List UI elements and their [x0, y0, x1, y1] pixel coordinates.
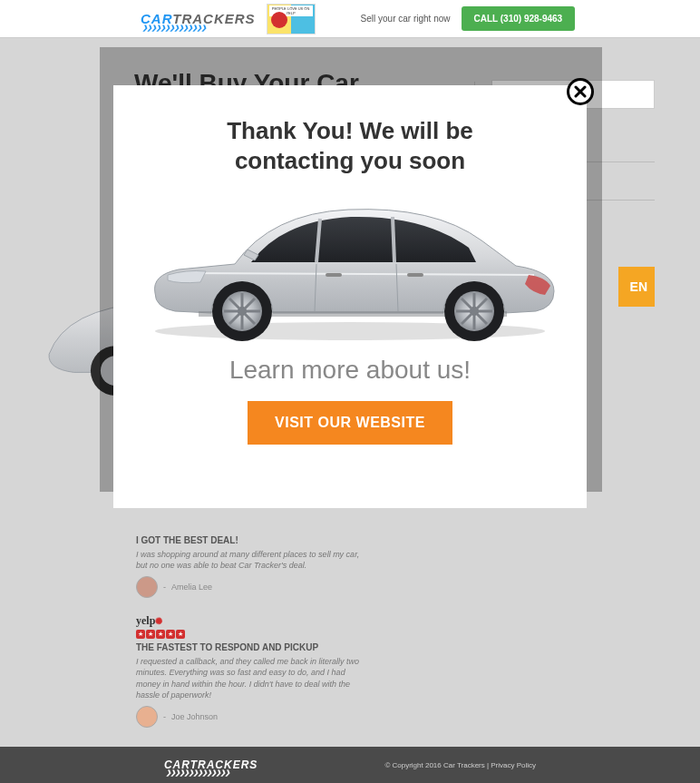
review: THE FASTEST TO RESPOND AND PICKUP I requ…: [136, 642, 372, 728]
svg-rect-11: [326, 273, 342, 277]
author-name: Amelia Lee: [171, 582, 212, 592]
modal-subtitle: Learn more about us!: [131, 356, 569, 385]
svg-line-8: [393, 217, 394, 262]
submit-button[interactable]: EN: [618, 267, 655, 307]
star-icon: ★: [166, 630, 175, 639]
author-dash: -: [163, 712, 166, 721]
svg-rect-12: [407, 273, 423, 277]
privacy-link[interactable]: Privacy Policy: [491, 761, 536, 769]
star-rating: ★ ★ ★ ★ ★: [136, 630, 372, 639]
logo-chevrons-icon: ❯❯❯❯❯❯❯❯❯❯❯❯❯❯: [142, 24, 206, 32]
visit-website-button[interactable]: VISIT OUR WEBSITE: [248, 401, 452, 445]
footer-right: © Copyright 2016 Car Trackers | Privacy …: [384, 761, 536, 769]
star-icon: ★: [146, 630, 155, 639]
close-icon: [574, 85, 587, 98]
review-heading: THE FASTEST TO RESPOND AND PICKUP: [136, 642, 372, 652]
author-name: Joe Johnson: [171, 712, 218, 721]
logo-chevrons-icon: ❯❯❯❯❯❯❯❯❯❯❯❯❯❯: [166, 769, 229, 777]
author-dash: -: [163, 582, 166, 592]
avatar: [136, 706, 158, 728]
yelp-badge-text: PEOPLE LOVE US ON YELP: [269, 5, 313, 16]
modal-title: Thank You! We will be contacting you soo…: [168, 116, 532, 175]
star-icon: ★: [176, 630, 185, 639]
modal-car-image: [135, 186, 566, 345]
footer: CARTRACKERS ❯❯❯❯❯❯❯❯❯❯❯❯❯❯ © Copyright 2…: [0, 747, 700, 783]
sell-text: Sell your car right now: [361, 14, 451, 24]
call-button[interactable]: CALL (310) 928-9463: [462, 6, 576, 31]
reviews-section: I GOT THE BEST DEAL! I was shopping arou…: [136, 535, 372, 744]
footer-logo[interactable]: CARTRACKERS ❯❯❯❯❯❯❯❯❯❯❯❯❯❯: [164, 759, 258, 771]
review-body: I requested a callback, and they called …: [136, 656, 372, 700]
yelp-burst-icon: ✺: [155, 616, 162, 626]
review-author: - Joe Johnson: [136, 706, 372, 728]
copyright-text: © Copyright 2016 Car Trackers |: [384, 761, 491, 769]
review: I GOT THE BEST DEAL! I was shopping arou…: [136, 535, 372, 598]
header: CARTRACKERS ❯❯❯❯❯❯❯❯❯❯❯❯❯❯ PEOPLE LOVE U…: [0, 0, 700, 38]
review-heading: I GOT THE BEST DEAL!: [136, 535, 372, 545]
thank-you-modal: Thank You! We will be contacting you soo…: [113, 85, 587, 508]
yelp-badge[interactable]: PEOPLE LOVE US ON YELP: [267, 4, 316, 34]
yelp-text: yelp: [136, 614, 155, 627]
star-icon: ★: [156, 630, 165, 639]
close-button[interactable]: [567, 78, 594, 105]
avatar: [136, 576, 158, 598]
yelp-logo-small[interactable]: yelp✺: [136, 614, 372, 628]
review-body: I was shopping around at many different …: [136, 549, 372, 571]
logo[interactable]: CARTRACKERS ❯❯❯❯❯❯❯❯❯❯❯❯❯❯: [141, 11, 256, 26]
review-author: - Amelia Lee: [136, 576, 372, 598]
star-icon: ★: [136, 630, 145, 639]
